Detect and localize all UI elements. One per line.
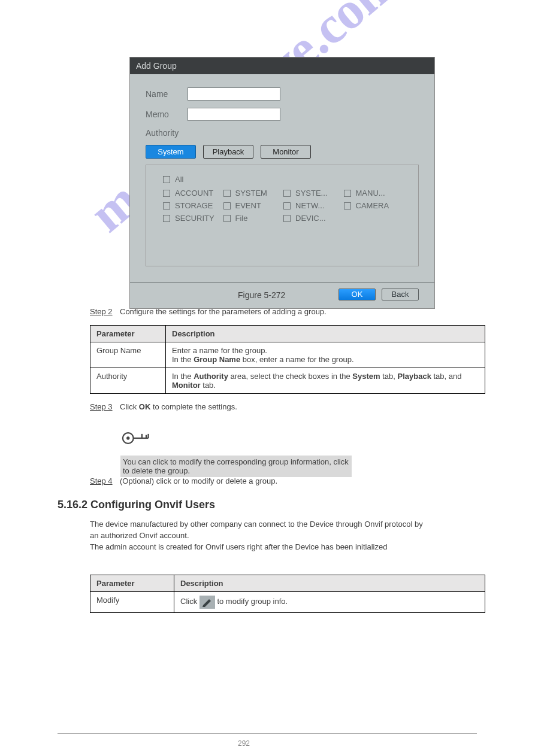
td-desc: In the Authority area, select the check … [166,368,485,394]
checkbox-icon[interactable] [223,190,231,197]
checkbox-icon[interactable] [163,202,170,210]
perm-label: SECURITY [175,214,214,223]
th-description: Description [174,575,485,592]
perm-label: EVENT [235,201,261,210]
step-3-label: Step 3 [90,402,113,411]
table-row: Group Name Enter a name for the group. I… [90,342,485,368]
checkbox-icon[interactable] [283,215,291,222]
td-desc: Enter a name for the group. In the Group… [166,342,485,368]
td-param: Group Name [90,342,166,368]
svg-point-1 [126,436,129,439]
table-row: Modify Click to modify group info. [90,592,485,613]
td-param: Modify [90,592,174,613]
checkbox-icon[interactable] [163,190,170,197]
step-4-label: Step 4 [90,476,113,485]
th-description: Description [166,326,485,342]
name-input[interactable] [188,87,280,101]
section-heading: 5.16.2 Configuring Onvif Users [58,499,215,511]
checkbox-icon[interactable] [163,215,170,222]
memo-input[interactable] [188,108,280,121]
checkbox-icon[interactable] [223,202,231,210]
perm-netw[interactable]: NETW... [283,201,341,210]
checkbox-icon[interactable] [283,202,291,210]
tab-monitor[interactable]: Monitor [261,145,311,159]
checkbox-icon[interactable] [344,190,351,197]
tab-system[interactable]: System [146,145,196,159]
page-number: 292 [238,739,250,748]
td-param: Authority [90,368,166,394]
perm-label: CAMERA [356,201,389,210]
perm-security[interactable]: SECURITY [163,214,221,223]
step-4-text: (Optional) click or to modify or delete … [120,476,277,485]
perm-label: NETW... [295,201,324,210]
perm-system[interactable]: SYSTEM [223,189,282,198]
step-3-text: Click OK to complete the settings. [120,402,237,411]
perm-syste[interactable]: SYSTE... [283,189,341,198]
parameter-table-2: Parameter Description Modify Click to mo… [90,575,485,613]
perm-label: ACCOUNT [175,189,213,198]
key-note-icon [120,429,153,450]
table-row: Authority In the Authority area, select … [90,368,485,394]
perm-file[interactable]: File [223,214,282,223]
note-highlight: You can click to modify the correspondin… [120,456,352,477]
step-2-text: Configure the settings for the parameter… [120,307,327,316]
perm-label: SYSTE... [295,189,327,198]
dialog-title: Add Group [130,57,434,74]
perm-label: STORAGE [175,201,213,210]
perm-manu[interactable]: MANU... [344,189,402,198]
perm-label: SYSTEM [235,189,267,198]
permission-panel: All ACCOUNT SYSTEM SYSTE... MANU... STOR… [146,165,419,266]
ok-button[interactable]: OK [338,289,376,300]
table-header-row: Parameter Description [90,326,485,342]
paragraph: The device manufactured by other company… [90,518,423,530]
td-desc: Click to modify group info. [174,592,485,613]
perm-account[interactable]: ACCOUNT [163,189,221,198]
perm-all[interactable]: All [163,175,401,184]
perm-storage[interactable]: STORAGE [163,201,221,210]
perm-event[interactable]: EVENT [223,201,282,210]
memo-label: Memo [146,110,188,119]
back-button[interactable]: Back [382,289,419,300]
checkbox-icon[interactable] [163,176,170,183]
edit-icon [200,596,215,609]
tab-playback[interactable]: Playback [203,145,253,159]
paragraph: The admin account is created for Onvif u… [90,541,387,553]
perm-devic[interactable]: DEVIC... [283,214,341,223]
checkbox-icon[interactable] [283,190,291,197]
perm-label: MANU... [356,189,385,198]
parameter-table-1: Parameter Description Group Name Enter a… [90,325,485,394]
footer-divider [58,733,477,734]
perm-camera[interactable]: CAMERA [344,201,402,210]
perm-label: DEVIC... [295,214,326,223]
step-2-label: Step 2 [90,307,113,316]
authority-label: Authority [146,128,188,138]
th-parameter: Parameter [90,326,166,342]
perm-label: File [235,214,248,223]
checkbox-icon[interactable] [344,202,351,210]
figure-caption: Figure 5-272 [238,290,285,300]
checkbox-icon[interactable] [223,215,231,222]
perm-all-label: All [175,175,183,184]
add-group-dialog: Add Group Name Memo Authority System Pla… [129,57,435,309]
th-parameter: Parameter [90,575,174,592]
name-label: Name [146,89,188,99]
table-header-row: Parameter Description [90,575,485,592]
paragraph: an authorized Onvif account. [90,530,189,542]
